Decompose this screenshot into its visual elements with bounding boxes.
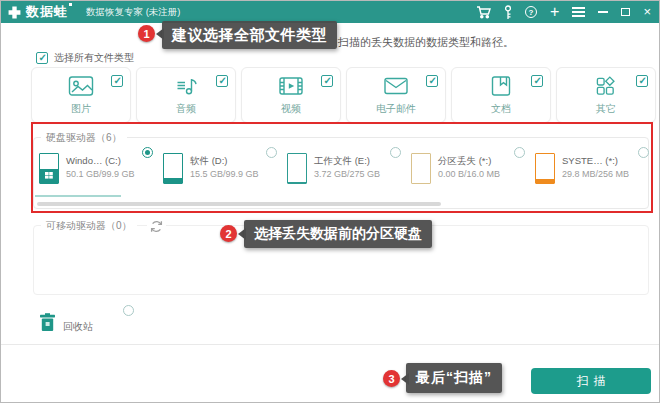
drive-size: 50.1 GB/99.9 GB [66,169,135,179]
drive-fill [536,179,554,183]
app-title: 数据蛙 [26,3,68,21]
key-icon[interactable] [504,1,512,23]
file-type-label: 其它 [557,102,655,116]
annotation-step-2-badge: 2 [220,225,237,242]
annotation-tooltip-1: 建议选择全部文件类型 [162,21,337,49]
trash-icon [39,312,56,336]
file-type-card-other[interactable]: 其它 [556,67,656,123]
app-logo-icon [7,5,22,20]
annotation-tooltip-3: 最后“扫描” [406,363,502,393]
file-type-checkbox[interactable] [111,75,123,87]
file-type-card-audio[interactable]: 音频 [136,67,236,123]
file-type-checkbox[interactable] [426,75,438,87]
image-icon [68,75,94,101]
minimize-icon[interactable] [598,1,608,23]
drive-radio[interactable] [638,147,649,158]
recycle-bin-label: 回收站 [63,320,93,336]
drive-fill [288,182,306,183]
windows-logo-icon [45,172,53,179]
titlebar: 数据蛙 数据恢复专家 (未注册) + × [1,1,659,23]
file-type-checkbox[interactable] [636,75,648,87]
menu-icon[interactable] [572,1,585,23]
file-type-card-video[interactable]: 视频 [241,67,341,123]
footer-divider [1,344,659,345]
file-type-label: 视频 [242,102,340,116]
file-type-cards: 图片 音频 视频 电子邮 [31,67,656,123]
drive-name: SYSTE… (*:) [562,155,618,166]
drive-size: 0.00 B/16.0 MB [438,169,500,179]
drive-name: 工作文件 (E:) [314,155,370,168]
audio-icon [173,75,199,101]
recycle-bin-item[interactable]: 回收站 [39,312,93,336]
email-icon [383,75,409,101]
select-all-checkbox[interactable] [36,52,48,64]
drive-name: 分区丢失 (*:) [438,155,491,168]
drive-item[interactable]: SYSTE… (*:) 29.8 MB/256 MB [533,147,649,193]
drive-size: 29.8 MB/256 MB [562,169,629,179]
drive-radio[interactable] [142,147,153,158]
video-icon [278,75,304,101]
select-all-file-types[interactable]: 选择所有文件类型 [36,51,134,65]
file-type-card-images[interactable]: 图片 [31,67,131,123]
file-type-label: 文档 [452,102,550,116]
app-window: 数据蛙 数据恢复专家 (未注册) + × 扫描的丢失数据的数据类型和路径。 [0,0,660,403]
annotation-step-1-badge: 1 [138,25,155,42]
file-type-label: 图片 [32,102,130,116]
annotation-step-3-badge: 3 [383,370,400,387]
drive-icon [163,153,183,184]
drive-fill [40,169,58,184]
select-all-label: 选择所有文件类型 [54,51,134,65]
refresh-icon[interactable] [147,219,166,237]
file-type-checkbox[interactable] [216,75,228,87]
file-type-card-email[interactable]: 电子邮件 [346,67,446,123]
drive-icon [39,153,59,184]
drive-name: Windo… (C:) [66,155,121,166]
drive-name: 软件 (D:) [190,155,227,168]
drive-item[interactable]: 工作文件 (E:) 3.72 GB/275 GB [285,147,401,193]
instruction-text: 扫描的丢失数据的数据类型和路径。 [338,35,514,50]
plus-icon[interactable]: + [550,1,559,23]
hard-drive-group-title: 硬盘驱动器（6） [41,131,127,145]
drive-size: 15.5 GB/99.9 GB [190,169,259,179]
maximize-icon[interactable] [621,1,630,23]
cart-icon[interactable] [476,1,491,23]
drive-list: Windo… (C:) 50.1 GB/99.9 GB 软件 (D:) 15.5… [37,147,649,193]
titlebar-buttons: + × [476,1,651,23]
help-icon[interactable] [525,1,537,23]
app-subtitle: 数据恢复专家 (未注册) [86,6,180,19]
drive-fill [164,178,182,183]
recycle-bin-radio[interactable] [123,305,134,316]
file-type-checkbox[interactable] [321,75,333,87]
drive-icon [287,153,307,184]
file-type-card-documents[interactable]: 文档 [451,67,551,123]
drive-radio[interactable] [390,147,401,158]
close-icon[interactable]: × [643,1,651,23]
drive-list-scrollbar[interactable] [37,202,441,206]
drive-item[interactable]: 软件 (D:) 15.5 GB/99.9 GB [161,147,277,193]
other-icon [594,75,618,101]
drive-icon [411,153,431,184]
document-icon [488,75,514,101]
drive-icon [535,153,555,184]
drive-radio[interactable] [266,147,277,158]
file-type-label: 电子邮件 [347,102,445,116]
annotation-tooltip-2: 选择丢失数据前的分区硬盘 [244,220,432,248]
drive-size: 3.72 GB/275 GB [314,169,380,179]
scan-button[interactable]: 扫描 [531,368,651,394]
trademark-icon [69,3,72,6]
removable-group-title: 可移动驱动器（0） [41,219,137,233]
file-type-checkbox[interactable] [531,75,543,87]
file-type-label: 音频 [137,102,235,116]
drive-item[interactable]: 分区丢失 (*:) 0.00 B/16.0 MB [409,147,525,193]
drive-item[interactable]: Windo… (C:) 50.1 GB/99.9 GB [37,147,153,193]
drive-radio[interactable] [514,147,525,158]
